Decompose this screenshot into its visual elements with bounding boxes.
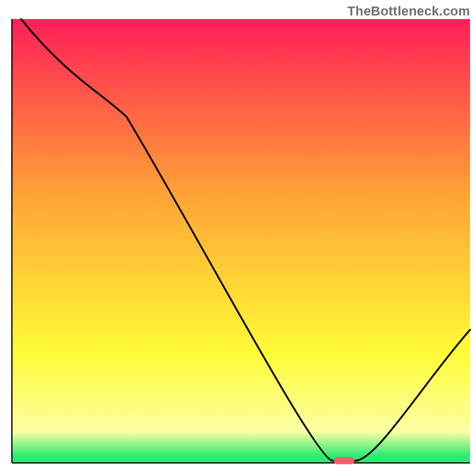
bottleneck-chart: [0, 0, 476, 476]
chart-container: TheBottleneck.com: [0, 0, 476, 476]
optimal-marker: [334, 457, 355, 464]
gradient-background: [12, 19, 470, 463]
watermark-text: TheBottleneck.com: [347, 4, 470, 19]
plot-area: [0, 0, 476, 476]
